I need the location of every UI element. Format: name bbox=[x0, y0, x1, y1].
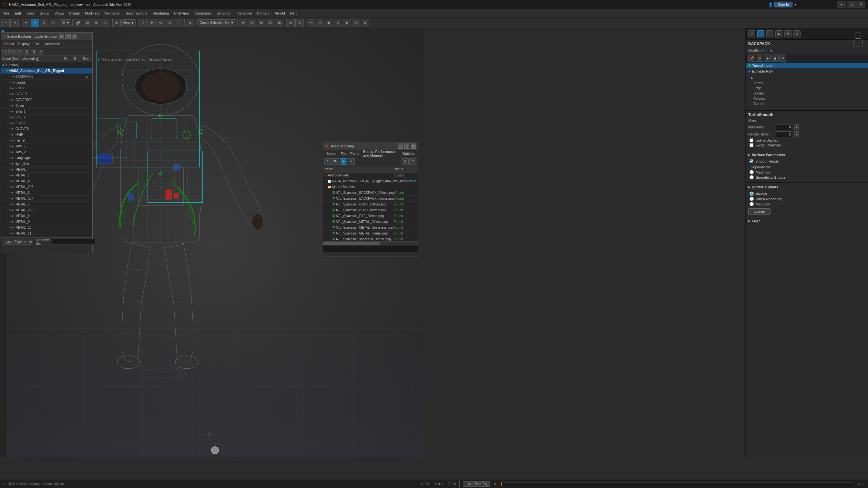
ts-renderiter-input[interactable] bbox=[776, 131, 792, 137]
at-menu-file[interactable]: File bbox=[339, 151, 348, 156]
se-footer-dropdown[interactable]: Layer Explorer bbox=[3, 239, 33, 245]
hierarchy-button[interactable]: ⊹ bbox=[101, 19, 110, 27]
se-item-metal1[interactable]: 👁◉ METAL_1 bbox=[1, 172, 92, 178]
menu-edit[interactable]: Edit bbox=[12, 10, 24, 17]
se-item-metal[interactable]: 👁◉ METAL bbox=[1, 167, 92, 172]
se-item-metal7[interactable]: 👁◉ METAL_7 bbox=[1, 202, 92, 207]
at-find-btn[interactable]: 🔍 bbox=[332, 158, 339, 165]
at-list[interactable]: ⬡ Autodesk Vault Logged... 📄 NASA_Astron… bbox=[323, 172, 418, 241]
at-close-btn[interactable]: ✕ bbox=[411, 143, 416, 149]
se-item-jaw1[interactable]: 👁◉ JAW_1 bbox=[1, 143, 92, 149]
menu-civil-view[interactable]: Civil View bbox=[172, 10, 192, 17]
at-menu-bitmap[interactable]: Bitmap Performance and Memory bbox=[361, 149, 400, 158]
rp-display-icon[interactable]: 👁 bbox=[784, 30, 792, 37]
se-item-metal8[interactable]: 👁◉ METAL_8 bbox=[1, 213, 92, 219]
unlink-button[interactable]: ⛓ bbox=[83, 19, 91, 27]
arnolad-render-button[interactable]: A bbox=[361, 19, 369, 27]
render-frame-button[interactable]: ⊟ bbox=[352, 19, 360, 27]
at-path-field[interactable] bbox=[324, 247, 416, 251]
mode-dropdown[interactable]: All ▼ bbox=[60, 19, 71, 27]
se-item-backpack[interactable]: 👁 ◉ BACKPACK ⊞ bbox=[1, 74, 92, 80]
se-item-metal9[interactable]: 👁◉ METAL_9 bbox=[1, 219, 92, 225]
menu-modifiers[interactable]: Modifiers bbox=[82, 10, 102, 17]
material-editor-button[interactable]: ◉ bbox=[325, 19, 333, 27]
at-menu-server[interactable]: Server bbox=[324, 151, 339, 156]
config-mods-btn[interactable]: ⚙ bbox=[779, 55, 786, 62]
transform-button[interactable]: ⊞ bbox=[138, 19, 147, 27]
manually-radio[interactable] bbox=[749, 202, 754, 206]
se-item-helmet[interactable]: 👁◉ helmet bbox=[1, 138, 92, 143]
pin-stack-btn[interactable]: 📌 bbox=[748, 55, 755, 62]
se-item-hair[interactable]: 👁◉ HAIR bbox=[1, 132, 92, 138]
always-radio[interactable] bbox=[749, 192, 754, 196]
menu-interactive[interactable]: Interactive bbox=[233, 10, 255, 17]
se-item-0-default[interactable]: 0 (default) bbox=[1, 62, 92, 68]
render-button[interactable]: ▶ bbox=[343, 19, 351, 27]
at-item-body-normal[interactable]: 🖼 A7L_Spacesuit_BODY_normal.png Found bbox=[323, 207, 418, 213]
se-item-driver[interactable]: 👁◉ Driver bbox=[1, 103, 92, 109]
at-item-metal-normal[interactable]: 🖼 A7L_Spacesuit_METAL_normal.png Found bbox=[323, 231, 418, 236]
at-view-btn[interactable]: ⊞ bbox=[340, 158, 347, 165]
at-menu-options[interactable]: Options bbox=[400, 151, 416, 156]
at-menu-paths[interactable]: Paths bbox=[348, 151, 361, 156]
se-item-flask[interactable]: 👁◉ FLASK bbox=[1, 120, 92, 126]
at-list-btn[interactable]: ≡ bbox=[348, 158, 355, 165]
update-button[interactable]: Update bbox=[748, 208, 771, 215]
at-item-maps-folder[interactable]: 📁 Maps / Shaders bbox=[323, 184, 418, 190]
materials-radio[interactable] bbox=[749, 170, 754, 174]
place-highlight-button[interactable]: ⊞ bbox=[275, 19, 283, 27]
at-item-backpack-normal[interactable]: 🖼 A7L_Spacesuit_BACKPACK_normal.png Foun… bbox=[323, 196, 418, 202]
subobj-edge[interactable]: Edge bbox=[746, 86, 868, 91]
rp-utilities-icon[interactable]: ⚙ bbox=[794, 30, 801, 37]
ts-explicit-checkbox[interactable] bbox=[749, 143, 753, 147]
menu-tools[interactable]: Tools bbox=[24, 10, 37, 17]
remove-modifier-btn[interactable]: 🗑 bbox=[772, 55, 779, 62]
menu-graph-editors[interactable]: Graph Editors bbox=[123, 10, 150, 17]
bind-button[interactable]: ⊕ bbox=[92, 19, 100, 27]
rotate-button[interactable]: ↻ bbox=[40, 19, 48, 27]
menu-rendering[interactable]: Rendering bbox=[150, 10, 172, 17]
at-item-maxfile[interactable]: 📄 NASA_Astronaut_Suit_A7L_Rigged_max_vra… bbox=[323, 178, 418, 184]
ts-isoline-checkbox[interactable] bbox=[749, 138, 753, 142]
se-menu-select[interactable]: Select bbox=[2, 41, 16, 46]
smooth-result-checkbox[interactable] bbox=[749, 159, 753, 163]
se-item-metal008[interactable]: 👁◉ METAL_008 bbox=[1, 207, 92, 213]
se-item-metal006[interactable]: 👁◉ METAL_006 bbox=[1, 184, 92, 190]
quick-align-button[interactable]: ⊠ bbox=[257, 19, 265, 27]
menu-scripting[interactable]: Scripting bbox=[214, 10, 233, 17]
subobj-vertex[interactable]: Vertex bbox=[746, 80, 868, 86]
create-selection-set-button[interactable]: Create Selection Set ▼ bbox=[197, 19, 236, 27]
at-item-vault[interactable]: ⬡ Autodesk Vault Logged... bbox=[323, 172, 418, 178]
se-item-lightfilter[interactable]: 👁◉ light_filter bbox=[1, 161, 92, 167]
se-add-btn[interactable]: + bbox=[17, 49, 23, 55]
at-item-suit-diffuse[interactable]: 🖼 A7L_Spacesuit_spacesuit_Diffuse.png Fo… bbox=[323, 236, 418, 241]
at-maximize-btn[interactable]: □ bbox=[404, 143, 409, 149]
curve-button[interactable]: ⌒ bbox=[175, 19, 183, 27]
se-close-button[interactable]: ✕ bbox=[72, 34, 77, 39]
se-sync-btn[interactable]: ⇅ bbox=[24, 49, 30, 55]
menu-arnold[interactable]: Arnold bbox=[272, 10, 288, 17]
menu-animation[interactable]: Animation bbox=[102, 10, 123, 17]
rp-hierarchy-icon[interactable]: ⊹ bbox=[766, 30, 773, 37]
maximize-button[interactable]: □ bbox=[847, 1, 856, 8]
se-item-metal11[interactable]: 👁◉ METAL_11 bbox=[1, 231, 92, 236]
se-maximize-button[interactable]: □ bbox=[65, 34, 71, 39]
at-item-metal-diffuse[interactable]: 🖼 A7L_Spacesuit_METAL_Diffuse.png Found bbox=[323, 219, 418, 225]
se-search-btn[interactable]: ⬡ bbox=[9, 49, 16, 55]
signin-dropdown-icon[interactable]: ▼ bbox=[794, 3, 797, 6]
rp-modify-icon[interactable]: ⊞ bbox=[757, 30, 764, 37]
se-item-metal6[interactable]: 👁◉ METAL_6 bbox=[1, 190, 92, 196]
link-button[interactable]: 🔗 bbox=[74, 19, 82, 27]
se-item-metal007[interactable]: 👁◉ METAL_007 bbox=[1, 196, 92, 202]
mirror-button[interactable]: ⇌ bbox=[239, 19, 247, 27]
se-minimize-button[interactable]: ─ bbox=[59, 34, 64, 39]
at-help-btn[interactable]: ? bbox=[409, 158, 416, 165]
add-time-tag-btn[interactable]: + Add Time Tag bbox=[463, 481, 490, 487]
select-button[interactable]: ✦ bbox=[22, 19, 30, 27]
at-minimize-btn[interactable]: ─ bbox=[398, 143, 403, 149]
subobj-element[interactable]: Element bbox=[746, 101, 868, 106]
view-dropdown[interactable]: View ▼ bbox=[121, 19, 135, 27]
se-item-bezel[interactable]: 👁 ◉ BEZEL bbox=[1, 80, 92, 86]
menu-group[interactable]: Group bbox=[37, 10, 52, 17]
smoothing-groups-radio[interactable] bbox=[749, 175, 754, 179]
